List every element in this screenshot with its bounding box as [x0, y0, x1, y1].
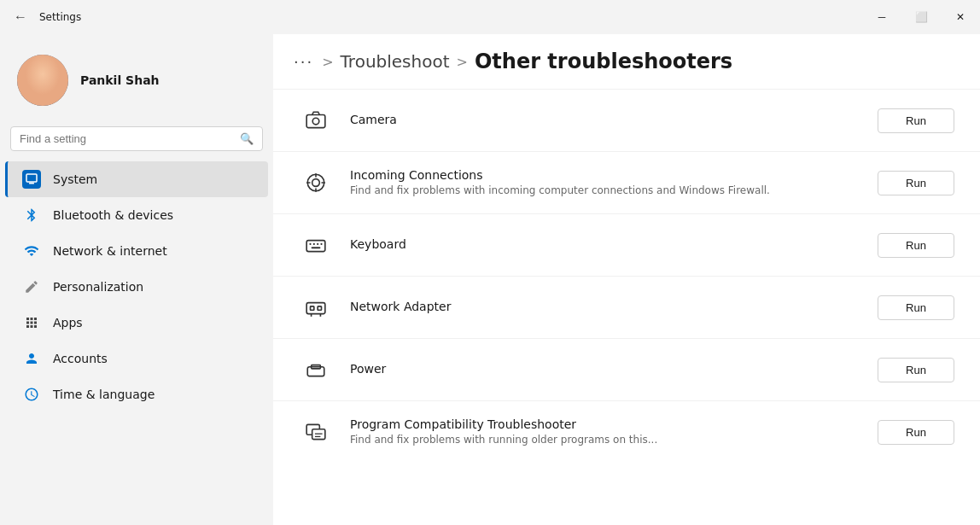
network-icon [22, 242, 41, 260]
bluetooth-label: Bluetooth & devices [53, 208, 173, 222]
personalization-label: Personalization [53, 280, 143, 294]
personalization-icon [22, 277, 41, 296]
svg-rect-12 [306, 303, 325, 314]
breadcrumb-current: Other troubleshooters [475, 50, 732, 73]
app-body: Pankil Shah 🔍 System Bluetooth & devices… [0, 34, 980, 525]
titlebar: ← Settings ─ ⬜ ✕ [0, 0, 980, 34]
svg-rect-0 [26, 174, 37, 182]
maximize-button[interactable]: ⬜ [901, 0, 941, 34]
sidebar-item-apps[interactable]: Apps [5, 305, 268, 341]
system-icon [22, 170, 41, 189]
sidebar-item-bluetooth[interactable]: Bluetooth & devices [5, 197, 268, 233]
titlebar-left: ← Settings [10, 6, 81, 28]
back-button[interactable]: ← [10, 6, 31, 28]
troubleshooter-incoming-connections: Incoming Connections Find and fix proble… [273, 152, 980, 214]
incoming-connections-name: Incoming Connections [350, 168, 860, 182]
svg-rect-1 [29, 183, 34, 184]
program-compatibility-text: Program Compatibility Troubleshooter Fin… [350, 417, 860, 447]
user-section: Pankil Shah [0, 41, 273, 126]
titlebar-controls: ─ ⬜ ✕ [862, 0, 980, 34]
camera-text: Camera [350, 113, 860, 128]
keyboard-run-button[interactable]: Run [878, 233, 954, 258]
power-icon [299, 353, 333, 387]
titlebar-title: Settings [39, 11, 81, 23]
svg-point-3 [312, 118, 319, 125]
breadcrumb: ··· > Troubleshoot > Other troubleshoote… [273, 34, 980, 90]
program-compatibility-icon [299, 415, 333, 449]
svg-rect-6 [306, 241, 325, 252]
program-compatibility-desc: Find and fix problems with running older… [350, 433, 860, 447]
svg-rect-15 [311, 306, 314, 310]
camera-name: Camera [350, 113, 860, 126]
network-adapter-name: Network Adapter [350, 300, 860, 313]
camera-run-button[interactable]: Run [878, 108, 954, 133]
sidebar-item-personalization[interactable]: Personalization [5, 269, 268, 305]
troubleshooter-camera: Camera Run [273, 90, 980, 152]
apps-label: Apps [53, 316, 83, 330]
svg-rect-16 [318, 306, 321, 310]
incoming-connections-text: Incoming Connections Find and fix proble… [350, 168, 860, 198]
program-compatibility-run-button[interactable]: Run [878, 420, 954, 445]
accounts-icon [22, 349, 41, 368]
incoming-connections-run-button[interactable]: Run [878, 171, 954, 195]
power-run-button[interactable]: Run [878, 358, 954, 382]
troubleshooters-list: Camera Run Incoming Connections Find and… [273, 90, 980, 525]
apps-icon [22, 313, 41, 332]
power-text: Power [350, 362, 860, 377]
network-adapter-text: Network Adapter [350, 300, 860, 315]
bluetooth-icon [22, 206, 41, 225]
user-name: Pankil Shah [80, 73, 160, 87]
search-icon: 🔍 [240, 132, 254, 145]
incoming-connections-icon [299, 166, 333, 200]
keyboard-name: Keyboard [350, 237, 860, 251]
search-input[interactable] [20, 132, 233, 145]
power-name: Power [350, 362, 860, 376]
system-label: System [53, 172, 97, 186]
camera-icon [299, 103, 333, 137]
svg-rect-2 [306, 115, 325, 128]
close-button[interactable]: ✕ [941, 0, 980, 34]
time-icon [22, 385, 41, 404]
keyboard-text: Keyboard [350, 237, 860, 253]
breadcrumb-sep-1: > [322, 54, 333, 70]
time-label: Time & language [53, 388, 155, 401]
network-adapter-run-button[interactable]: Run [878, 295, 954, 320]
troubleshooter-network-adapter: Network Adapter Run [273, 277, 980, 339]
accounts-label: Accounts [53, 352, 108, 365]
keyboard-icon [299, 228, 333, 262]
avatar [17, 55, 68, 106]
avatar-image [17, 55, 68, 106]
network-adapter-icon [299, 290, 333, 324]
incoming-connections-desc: Find and fix problems with incoming comp… [350, 184, 860, 198]
network-label: Network & internet [53, 244, 167, 258]
content-area: ··· > Troubleshoot > Other troubleshoote… [273, 34, 980, 525]
sidebar-item-system[interactable]: System [5, 161, 268, 197]
breadcrumb-sep-2: > [457, 54, 468, 70]
breadcrumb-dots[interactable]: ··· [294, 53, 313, 71]
sidebar-item-time[interactable]: Time & language [5, 376, 268, 412]
minimize-button[interactable]: ─ [862, 0, 901, 34]
program-compatibility-name: Program Compatibility Troubleshooter [350, 417, 860, 431]
troubleshooter-power: Power Run [273, 339, 980, 401]
sidebar-item-network[interactable]: Network & internet [5, 233, 268, 269]
breadcrumb-troubleshoot-link[interactable]: Troubleshoot [341, 51, 450, 72]
troubleshooter-program-compatibility: Program Compatibility Troubleshooter Fin… [273, 401, 980, 463]
sidebar: Pankil Shah 🔍 System Bluetooth & devices… [0, 34, 273, 525]
troubleshooter-keyboard: Keyboard Run [273, 214, 980, 277]
sidebar-item-accounts[interactable]: Accounts [5, 341, 268, 376]
svg-point-5 [312, 179, 320, 187]
search-box[interactable]: 🔍 [10, 126, 263, 151]
